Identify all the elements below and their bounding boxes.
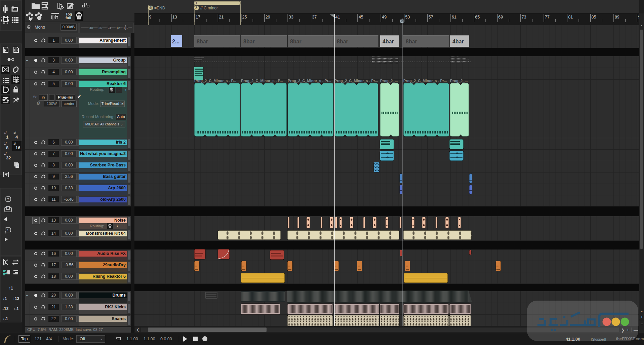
svg-text:29: 29 [266,15,270,20]
svg-text:+: + [16,164,18,167]
svg-text:1/: 1/ [13,142,16,145]
svg-text:-36: -36 [97,26,102,30]
svg-text:1: 1 [7,229,9,232]
svg-text:65: 65 [475,15,480,20]
svg-text:4): 4) [149,6,152,10]
svg-text:17: 17 [196,15,200,20]
svg-text:69: 69 [498,15,503,20]
svg-text:41: 41 [335,15,340,20]
svg-text:57: 57 [429,15,433,20]
svg-text:13: 13 [172,15,177,20]
svg-text:32: 32 [6,155,11,160]
svg-text:1: 1 [196,1,198,5]
svg-text:1: 1 [6,135,8,140]
svg-text:45: 45 [359,15,363,20]
svg-text:4bar: 4bar [383,39,394,44]
svg-text:3: 3 [195,6,197,10]
svg-text:8bar: 8bar [243,39,255,44]
svg-text:49: 49 [382,15,387,20]
svg-text:-48: -48 [88,26,93,30]
svg-text:-12: -12 [115,26,120,30]
svg-text:25: 25 [242,15,247,20]
svg-text:4: 4 [15,135,18,140]
svg-text:8bar: 8bar [337,39,348,44]
svg-text:77: 77 [545,15,550,20]
svg-text:Prog_2_C_Minor_s - Pr...: Prog_2_C_Minor_s - Pr... [403,79,447,83]
svg-text:Prog_2_...: Prog_2_... [450,79,468,83]
svg-text:1: 1 [7,207,9,210]
svg-text:2...: 2... [172,39,179,44]
svg-text:↑.1: ↑.1 [13,306,19,311]
svg-text:full: full [66,16,71,20]
svg-text:61: 61 [452,15,456,20]
svg-text:Prog_2_C_Minor_s - P...: Prog_2_C_Minor_s - P... [194,79,236,83]
svg-text:33: 33 [289,15,293,20]
svg-text:16: 16 [15,145,20,150]
svg-text:53: 53 [405,15,410,20]
svg-text:9: 9 [149,15,152,20]
svg-text:89: 89 [615,15,619,20]
svg-text:8bar: 8bar [197,39,208,44]
svg-text:↑12: ↑12 [13,296,19,301]
svg-text:❮: ❮ [136,328,139,332]
svg-text:4bar: 4bar [452,39,464,44]
svg-text:// C minor: // C minor [200,6,218,10]
svg-text:-24: -24 [107,26,111,30]
svg-text:Prog_2_...: Prog_2_... [380,79,398,83]
svg-text:T: T [7,198,9,201]
svg-text:Prog_2_C_Minor_s - P...: Prog_2_C_Minor_s - P... [241,79,283,83]
svg-text:21: 21 [219,15,224,20]
svg-text:81: 81 [568,15,573,20]
svg-text:↓1: ↓1 [3,296,7,301]
svg-text:37: 37 [312,15,317,20]
svg-text:Prog_2_C_Minor_s - Pr...: Prog_2_C_Minor_s - Pr... [334,79,378,83]
svg-text:↓12: ↓12 [2,306,9,311]
svg-text:1/: 1/ [13,131,16,135]
svg-text:73: 73 [522,15,526,20]
svg-text:85: 85 [592,15,596,20]
svg-text:1/: 1/ [4,152,7,155]
svg-text:Prog_2_C_Minor_s - Pr...: Prog_2_C_Minor_s - Pr... [288,79,331,83]
svg-text:↑1: ↑1 [9,286,13,291]
svg-text:-112: -112 [122,26,128,30]
svg-text:=END: =END [154,6,165,10]
svg-text:8bar: 8bar [406,39,417,44]
svg-text:8bar: 8bar [290,39,301,44]
svg-text:8: 8 [6,145,8,150]
svg-text:1/: 1/ [4,131,7,135]
svg-text:1/: 1/ [4,142,7,145]
svg-text:↓.1: ↓.1 [3,316,8,321]
